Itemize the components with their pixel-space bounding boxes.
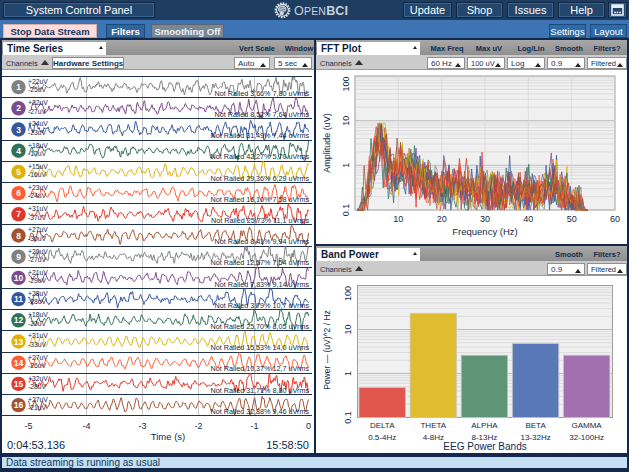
svg-text:+22uV: +22uV bbox=[28, 78, 48, 85]
svg-text:BETA: BETA bbox=[525, 421, 546, 430]
svg-text:1: 1 bbox=[343, 371, 353, 376]
svg-text:Not Railed 25,70% 8,05 uVrms: Not Railed 25,70% 8,05 uVrms bbox=[211, 322, 310, 331]
svg-text:+24uV: +24uV bbox=[28, 120, 48, 127]
svg-text:-3: -3 bbox=[138, 421, 146, 431]
svg-text:+15uV: +15uV bbox=[28, 163, 48, 170]
svg-text:Not Railed 16,10% 7,58 uVrms: Not Railed 16,10% 7,58 uVrms bbox=[211, 195, 310, 204]
svg-text:+20uV: +20uV bbox=[28, 248, 48, 255]
svg-text:+31uV: +31uV bbox=[28, 332, 48, 339]
svg-text:60: 60 bbox=[610, 214, 620, 224]
svg-text:-1: -1 bbox=[250, 421, 258, 431]
svg-text:4-8Hz: 4-8Hz bbox=[423, 433, 444, 442]
svg-text:-30uV: -30uV bbox=[28, 235, 47, 242]
svg-text:1: 1 bbox=[16, 82, 21, 92]
svg-text:+27uV: +27uV bbox=[28, 396, 48, 403]
svg-text:-37uV: -37uV bbox=[28, 214, 47, 221]
svg-text:-5: -5 bbox=[24, 421, 32, 431]
svg-text:+21uV: +21uV bbox=[28, 269, 48, 276]
svg-text:2: 2 bbox=[16, 103, 21, 113]
svg-text:100: 100 bbox=[343, 286, 353, 301]
svg-text:Not Railed 15,53% 14,0 uVrms: Not Railed 15,53% 14,0 uVrms bbox=[211, 343, 310, 352]
svg-text:EEG Power Bands: EEG Power Bands bbox=[443, 441, 526, 452]
svg-text:1: 1 bbox=[341, 163, 351, 168]
svg-text:-27uV: -27uV bbox=[28, 256, 47, 263]
svg-text:0.1: 0.1 bbox=[343, 411, 353, 424]
svg-text:8: 8 bbox=[16, 231, 21, 241]
svg-text:Not Railed 42,27% 5,70 uVrms: Not Railed 42,27% 5,70 uVrms bbox=[211, 152, 310, 161]
svg-text:Not Railed 12,57% 7,54 uVrms: Not Railed 12,57% 7,54 uVrms bbox=[211, 258, 310, 267]
svg-text:16: 16 bbox=[14, 400, 24, 410]
svg-text:OPENBCI: OPENBCI bbox=[294, 4, 348, 18]
svg-text:+27uV: +27uV bbox=[28, 354, 48, 361]
svg-text:+32uV: +32uV bbox=[28, 375, 48, 382]
svg-text:13: 13 bbox=[14, 337, 24, 347]
svg-text:7: 7 bbox=[16, 209, 21, 219]
svg-text:Not Railed 25,73% 11,1 uVrms: Not Railed 25,73% 11,1 uVrms bbox=[211, 216, 309, 225]
svg-text:-29uV: -29uV bbox=[28, 277, 47, 284]
svg-text:Not Railed 29,36% 6,29 uVrms: Not Railed 29,36% 6,29 uVrms bbox=[211, 174, 310, 183]
svg-text:-16uV: -16uV bbox=[28, 171, 47, 178]
svg-text:50: 50 bbox=[567, 214, 577, 224]
svg-text:4: 4 bbox=[16, 146, 21, 156]
svg-text:Not Railed 7,83% 9,14 uVrms: Not Railed 7,83% 9,14 uVrms bbox=[215, 280, 310, 289]
svg-text:ALPHA: ALPHA bbox=[471, 421, 498, 430]
svg-text:-24uV: -24uV bbox=[28, 192, 47, 199]
svg-text:10: 10 bbox=[341, 116, 351, 126]
svg-text:Not Railed 10,37% 12,7 uVrms: Not Railed 10,37% 12,7 uVrms bbox=[211, 364, 310, 373]
svg-text:-25uV: -25uV bbox=[28, 86, 47, 93]
svg-text:0:04:53.136: 0:04:53.136 bbox=[7, 439, 65, 451]
svg-text:+23uV: +23uV bbox=[28, 184, 48, 191]
svg-text:20: 20 bbox=[437, 214, 447, 224]
svg-text:3: 3 bbox=[16, 125, 21, 135]
svg-text:-4: -4 bbox=[82, 421, 90, 431]
svg-text:-28uV: -28uV bbox=[28, 383, 47, 390]
svg-text:32-100Hz: 32-100Hz bbox=[569, 433, 604, 442]
svg-text:-21uV: -21uV bbox=[28, 404, 47, 411]
svg-text:+31uV: +31uV bbox=[28, 205, 48, 212]
svg-text:-27uV: -27uV bbox=[28, 108, 47, 115]
svg-text:DELTA: DELTA bbox=[370, 421, 395, 430]
svg-text:Not Railed 3,79% 10,7 uVrms: Not Railed 3,79% 10,7 uVrms bbox=[215, 301, 310, 310]
svg-text:THETA: THETA bbox=[420, 421, 446, 430]
svg-text:-20uV: -20uV bbox=[28, 320, 47, 327]
svg-text:0.5-4Hz: 0.5-4Hz bbox=[368, 433, 396, 442]
svg-text:Power — (uV)^2 / Hz: Power — (uV)^2 / Hz bbox=[322, 310, 332, 390]
svg-text:+22uV: +22uV bbox=[28, 99, 48, 106]
svg-text:14: 14 bbox=[14, 358, 24, 368]
svg-text:-2: -2 bbox=[194, 421, 202, 431]
svg-text:100: 100 bbox=[341, 76, 351, 91]
svg-text:Not Railed 3,66% 7,80 uVrms: Not Railed 3,66% 7,80 uVrms bbox=[215, 89, 310, 98]
svg-text:Not Railed 31,71% 8,80 uVrms: Not Railed 31,71% 8,80 uVrms bbox=[211, 386, 310, 395]
svg-text:-17uV: -17uV bbox=[28, 150, 47, 157]
svg-text:Time (s): Time (s) bbox=[151, 431, 185, 442]
svg-text:11: 11 bbox=[14, 294, 23, 304]
svg-text:9: 9 bbox=[16, 252, 21, 262]
svg-text:Not Railed 8,41% 9,94 uVrms: Not Railed 8,41% 9,94 uVrms bbox=[215, 237, 310, 246]
svg-text:-23uV: -23uV bbox=[28, 129, 47, 136]
svg-text:6: 6 bbox=[16, 188, 21, 198]
svg-text:40: 40 bbox=[523, 214, 533, 224]
svg-text:0.1: 0.1 bbox=[341, 204, 351, 217]
svg-text:Amplitude (uV): Amplitude (uV) bbox=[322, 113, 332, 173]
svg-text:+18uV: +18uV bbox=[28, 142, 48, 149]
svg-text:+28uV: +28uV bbox=[28, 290, 48, 297]
svg-text:Frequency (Hz): Frequency (Hz) bbox=[452, 226, 517, 237]
svg-text:-26uV: -26uV bbox=[28, 362, 47, 369]
svg-text:15: 15 bbox=[14, 379, 24, 389]
svg-text:-33uV: -33uV bbox=[28, 341, 47, 348]
svg-text:10: 10 bbox=[343, 324, 353, 334]
svg-text:+27uV: +27uV bbox=[28, 226, 48, 233]
svg-text:GAMMA: GAMMA bbox=[571, 421, 602, 430]
svg-text:5: 5 bbox=[16, 167, 21, 177]
svg-text:30: 30 bbox=[480, 214, 490, 224]
svg-text:12: 12 bbox=[14, 315, 24, 325]
svg-text:+18uV: +18uV bbox=[28, 311, 48, 318]
svg-text:Not Railed 31,49% 7,44 uVrms: Not Railed 31,49% 7,44 uVrms bbox=[211, 131, 310, 140]
svg-text:Not Railed 32,88% 9,46 uVrms: Not Railed 32,88% 9,46 uVrms bbox=[211, 407, 310, 416]
svg-text:15:58:50: 15:58:50 bbox=[266, 439, 309, 451]
svg-text:10: 10 bbox=[14, 273, 24, 283]
svg-text:0: 0 bbox=[306, 421, 311, 431]
svg-text:10: 10 bbox=[393, 214, 403, 224]
svg-text:Not Railed 8,52% 7,64 uVrms: Not Railed 8,52% 7,64 uVrms bbox=[215, 110, 310, 119]
svg-text:-28uV: -28uV bbox=[28, 298, 47, 305]
